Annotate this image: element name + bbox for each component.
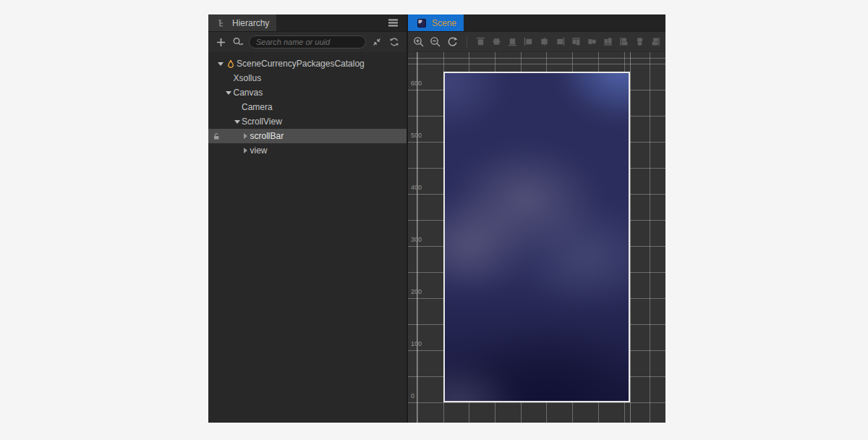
tree-row-Xsollus[interactable]: Xsollus [208, 71, 407, 85]
search-input[interactable] [249, 35, 366, 48]
scene-blurred-content [443, 72, 630, 402]
ruler-label: 200 [411, 288, 428, 295]
distribute-left-icon[interactable] [618, 35, 629, 48]
tab-hierarchy[interactable]: Hierarchy [208, 14, 276, 31]
search-filter-icon[interactable] [231, 35, 244, 48]
tree-row-Canvas[interactable]: Canvas [208, 85, 407, 100]
hierarchy-toolbar [208, 32, 407, 52]
design-canvas-preview[interactable] [443, 72, 630, 402]
tree-collapsed-arrow-icon[interactable] [241, 148, 250, 153]
align-v-center-icon[interactable] [491, 35, 502, 48]
hierarchy-tabbar: Hierarchy [208, 14, 407, 32]
align-right-icon[interactable] [555, 35, 566, 48]
tree-expanded-arrow-icon[interactable] [224, 91, 234, 95]
scene-thumbnail-icon [415, 17, 428, 30]
ruler-label: 500 [411, 132, 428, 139]
hierarchy-tree-icon [216, 17, 229, 30]
ruler-label: 600 [411, 80, 428, 87]
tree-expanded-arrow-icon[interactable] [216, 62, 225, 66]
tree-row-label: Camera [242, 102, 273, 112]
hierarchy-tree: SceneCurrencyPackagesCatalogXsollusCanva… [208, 52, 407, 423]
refresh-icon[interactable] [388, 35, 401, 48]
tree-row-scrollBar[interactable]: scrollBar [208, 129, 407, 143]
hierarchy-panel: Hierarchy [208, 14, 407, 423]
tree-row-label: SceneCurrencyPackagesCatalog [237, 59, 365, 69]
tree-collapsed-arrow-icon[interactable] [241, 133, 250, 139]
align-left-icon[interactable] [523, 35, 534, 48]
flame-icon [225, 59, 237, 69]
canvas-right-guide [630, 52, 631, 423]
tree-row-ScrollView[interactable]: ScrollView [208, 114, 407, 129]
ruler-label: 0 [411, 392, 428, 399]
tree-expanded-arrow-icon[interactable] [232, 120, 242, 124]
distribute-h-center-icon[interactable] [634, 35, 645, 48]
ruler-label: 100 [411, 340, 428, 347]
tree-row-view[interactable]: view [208, 143, 407, 158]
tab-scene[interactable]: Scene [408, 14, 464, 31]
ruler-label: 300 [411, 236, 428, 243]
editor-window: Hierarchy [208, 14, 659, 423]
distribute-right-icon[interactable] [650, 35, 661, 48]
ruler-label: 400 [411, 184, 428, 191]
tree-row-label: ScrollView [242, 117, 282, 127]
tree-row-Camera[interactable]: Camera [208, 100, 407, 114]
zoom-in-icon[interactable] [412, 35, 425, 48]
lock-open-icon[interactable] [213, 129, 221, 143]
tree-row-label: scrollBar [250, 131, 284, 141]
scene-panel: Scene [408, 14, 665, 423]
tree-row-label: Xsollus [234, 73, 262, 83]
align-h-center-icon[interactable] [539, 35, 550, 48]
collapse-all-icon[interactable] [370, 35, 383, 48]
distribute-v-center-icon[interactable] [587, 35, 597, 48]
scene-toolbar [408, 32, 665, 52]
distribute-top-icon[interactable] [571, 35, 582, 48]
tree-row-SceneCurrencyPackagesCatalog[interactable]: SceneCurrencyPackagesCatalog [208, 56, 407, 71]
toolbar-divider [467, 36, 467, 48]
align-tools-group [475, 35, 661, 48]
tree-row-label: Canvas [234, 88, 263, 98]
zoom-out-icon[interactable] [429, 35, 442, 48]
reset-view-icon[interactable] [446, 35, 459, 48]
align-bottom-icon[interactable] [507, 35, 518, 48]
distribute-bottom-icon[interactable] [603, 35, 613, 48]
scene-viewport[interactable]: 6005004003002001000 [408, 52, 665, 423]
scene-tabbar: Scene [408, 14, 665, 32]
add-node-button[interactable] [214, 35, 227, 48]
hierarchy-tab-label: Hierarchy [232, 18, 269, 28]
align-top-icon[interactable] [475, 35, 486, 48]
tree-row-label: view [250, 145, 268, 156]
scene-tab-label: Scene [432, 18, 456, 28]
panel-menu-icon[interactable] [388, 17, 398, 30]
